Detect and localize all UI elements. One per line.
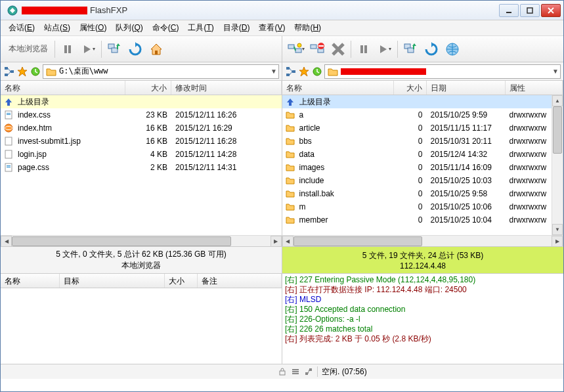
- local-file-list: 上级目录 index.css23 KB2015/12/11 16:26index…: [1, 95, 282, 235]
- file-name: index.css: [14, 110, 125, 120]
- play-button[interactable]: ▾: [79, 39, 98, 59]
- parent-dir-row[interactable]: 上级目录: [282, 95, 563, 108]
- log-body[interactable]: [右] 227 Entering Passive Mode (112,124,4…: [282, 274, 563, 364]
- folder-icon: [285, 149, 295, 160]
- col-size[interactable]: 大小: [394, 81, 427, 95]
- refresh-button[interactable]: [125, 39, 145, 59]
- file-row[interactable]: m02015/10/25 10:06drwxrwxrw: [282, 200, 563, 213]
- file-size: 2 KB: [125, 163, 171, 172]
- menu-item[interactable]: 站点(S): [40, 21, 74, 35]
- file-row[interactable]: login.jsp4 KB2015/12/11 14:28: [1, 148, 282, 161]
- svg-rect-41: [292, 373, 299, 374]
- col-mtime[interactable]: 修改时间: [171, 81, 282, 95]
- download-button[interactable]: [401, 39, 420, 59]
- minimize-button[interactable]: [499, 4, 519, 17]
- col-name[interactable]: 名称: [1, 81, 125, 95]
- tree-remote-icon[interactable]: [285, 66, 297, 77]
- maximize-button[interactable]: [520, 4, 540, 17]
- remote-address-bar: ▼: [282, 62, 563, 80]
- file-name: login.jsp: [14, 150, 125, 159]
- status-strip: 5 文件, 0 文件夹, 5 总计 62 KB (125.36 GB 可用) 本…: [1, 246, 563, 274]
- file-row[interactable]: member02015/10/25 10:04drwxrwxrw: [282, 213, 563, 227]
- log-line: [右] 列表完成: 2 KB 于 0.05 秒 (2.8 KB/秒): [285, 334, 561, 344]
- file-mtime: 2015/12/1 16:29: [171, 123, 282, 133]
- play-remote-button[interactable]: ▾: [375, 39, 395, 59]
- folder-icon: [285, 162, 295, 173]
- scroll-down-icon[interactable]: ▼: [552, 224, 563, 235]
- dropdown-icon[interactable]: ▼: [552, 68, 559, 75]
- file-row[interactable]: index.htm16 KB2015/12/1 16:29: [1, 121, 282, 135]
- svg-rect-39: [292, 369, 299, 370]
- scroll-right-icon[interactable]: ▶: [552, 236, 563, 247]
- home-button[interactable]: [146, 39, 166, 59]
- remote-status-line2: 112.124.4.48: [400, 261, 446, 271]
- menu-item[interactable]: 会话(E): [5, 21, 39, 35]
- svg-rect-24: [286, 67, 290, 70]
- scroll-left-icon[interactable]: ◀: [1, 236, 12, 247]
- local-path-input[interactable]: G:\桌面\www ▼: [43, 64, 279, 79]
- local-hscrollbar[interactable]: ◀ ▶: [1, 235, 282, 246]
- remote-hscrollbar[interactable]: ◀ ▶: [282, 235, 563, 246]
- menu-item[interactable]: 命令(C): [148, 21, 183, 35]
- svg-rect-26: [292, 70, 295, 73]
- connect-button[interactable]: ▾: [286, 39, 306, 59]
- queue-col-note[interactable]: 备注: [198, 274, 282, 288]
- file-size: 0: [394, 110, 427, 120]
- favorite-icon[interactable]: [16, 66, 28, 77]
- file-row[interactable]: images02015/11/14 16:09drwxrwxrw: [282, 161, 563, 174]
- file-row[interactable]: article02015/11/15 11:17drwxrwxrw: [282, 121, 563, 135]
- menu-item[interactable]: 帮助(H): [290, 21, 325, 35]
- local-status: 5 文件, 0 文件夹, 5 总计 62 KB (125.36 GB 可用) 本…: [1, 247, 282, 273]
- file-row[interactable]: page.css2 KB2015/12/11 14:31: [1, 161, 282, 174]
- tree-icon[interactable]: [3, 66, 15, 77]
- file-row[interactable]: data02015/12/4 14:32drwxrwxrw: [282, 148, 563, 161]
- remote-vscrollbar[interactable]: ▲ ▼: [552, 95, 563, 235]
- close-button[interactable]: [541, 4, 561, 17]
- scroll-right-icon[interactable]: ▶: [271, 236, 282, 247]
- file-row[interactable]: bbs02015/10/31 20:11drwxrwxrw: [282, 135, 563, 148]
- abort-button[interactable]: [328, 39, 348, 59]
- svg-rect-11: [311, 45, 316, 49]
- scroll-up-icon[interactable]: ▲: [552, 95, 563, 106]
- favorite-remote-icon[interactable]: [298, 66, 310, 77]
- file-name: include: [295, 176, 394, 185]
- file-date: 2015/10/25 9:58: [427, 189, 506, 198]
- file-mtime: 2015/12/11 16:26: [171, 110, 282, 120]
- local-address-bar: G:\桌面\www ▼: [1, 62, 282, 80]
- local-header: 名称 大小 修改时间: [1, 81, 282, 95]
- col-attr[interactable]: 属性: [506, 81, 563, 95]
- file-panes: 名称 大小 修改时间 上级目录 index.css23 KB2015/12/11…: [1, 81, 563, 246]
- history-icon[interactable]: [30, 66, 41, 77]
- queue-col-size[interactable]: 大小: [165, 274, 198, 288]
- queue-col-name[interactable]: 名称: [1, 274, 60, 288]
- menu-item[interactable]: 工具(T): [184, 21, 217, 35]
- disconnect-button[interactable]: [307, 39, 327, 59]
- file-row[interactable]: index.css23 KB2015/12/11 16:26: [1, 108, 282, 121]
- menu-item[interactable]: 查看(V): [255, 21, 289, 35]
- upload-button[interactable]: [104, 39, 124, 59]
- dropdown-icon[interactable]: ▼: [271, 68, 277, 75]
- globe-button[interactable]: [443, 39, 462, 59]
- svg-rect-8: [288, 45, 294, 49]
- pause-button[interactable]: [58, 39, 77, 59]
- col-size[interactable]: 大小: [125, 81, 171, 95]
- scroll-left-icon[interactable]: ◀: [282, 236, 293, 247]
- pause-remote-button[interactable]: [354, 39, 374, 59]
- parent-dir-row[interactable]: 上级目录: [1, 95, 282, 108]
- col-name[interactable]: 名称: [282, 81, 394, 95]
- file-row[interactable]: a02015/10/25 9:59drwxrwxrw: [282, 108, 563, 121]
- file-name: data: [295, 150, 394, 159]
- remote-path-input[interactable]: ▼: [324, 64, 561, 79]
- queue-col-target[interactable]: 目标: [60, 274, 165, 288]
- refresh-remote-button[interactable]: [422, 39, 441, 59]
- col-date[interactable]: 日期: [427, 81, 506, 95]
- file-row[interactable]: include02015/10/25 10:03drwxrwxrw: [282, 174, 563, 187]
- svg-rect-20: [5, 67, 8, 70]
- file-row[interactable]: invest-submit1.jsp16 KB2015/12/11 16:28: [1, 135, 282, 148]
- menu-item[interactable]: 目录(D): [219, 21, 254, 35]
- menu-item[interactable]: 队列(Q): [112, 21, 146, 35]
- history-remote-icon[interactable]: [311, 66, 323, 77]
- svg-rect-38: [280, 371, 285, 375]
- menu-item[interactable]: 属性(O): [76, 21, 110, 35]
- file-row[interactable]: install.bak02015/10/25 9:58drwxrwxrw: [282, 187, 563, 200]
